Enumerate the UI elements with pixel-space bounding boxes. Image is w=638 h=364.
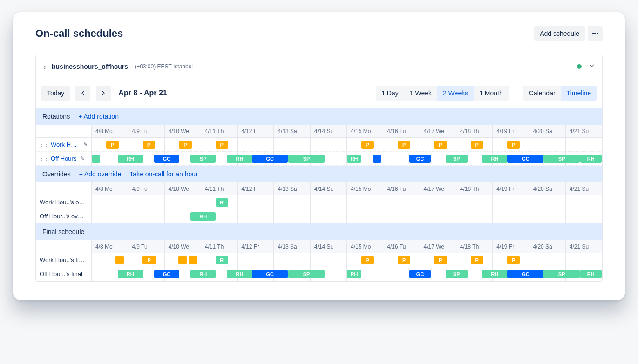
day-header: 4/16 Tu [383, 125, 420, 138]
section-bar-overrides: Overrides+ Add overrideTake on-call for … [36, 166, 602, 182]
schedule-segment[interactable]: P [434, 256, 447, 264]
row-name: Work Hou..'s o… [40, 199, 85, 206]
schedule-segment[interactable]: P [106, 141, 119, 149]
grid-cell [201, 209, 238, 223]
schedule-segment[interactable]: P [361, 256, 374, 264]
schedule-segment[interactable]: P [471, 256, 483, 264]
day-header: 4/13 Sa [274, 182, 310, 195]
grid-cell: RH [201, 267, 238, 281]
schedule-segment[interactable]: RH [580, 155, 602, 163]
grid-cell [274, 209, 310, 223]
grid-cell [128, 209, 164, 223]
prev-range-button[interactable] [75, 86, 90, 101]
chevron-down-icon[interactable] [588, 62, 596, 71]
grid-cell [347, 195, 383, 209]
schedule-segment[interactable] [178, 256, 187, 264]
schedule-segment[interactable]: P [216, 141, 228, 149]
schedule-segment[interactable] [373, 155, 381, 163]
row-label: Off Hour..'s final [36, 267, 92, 281]
day-header: 4/20 Sa [529, 125, 565, 138]
row-label: Work Hou..'s fi… [36, 253, 92, 267]
grid-cell: SP [529, 267, 565, 281]
schedule-segment[interactable]: P [398, 141, 410, 149]
schedule-segment[interactable] [92, 155, 100, 163]
grid-cell: P [493, 253, 529, 267]
grid-cell: SP [420, 267, 456, 281]
schedule-segment[interactable]: RH [347, 155, 361, 163]
grid-cell [529, 209, 565, 223]
day-header: 4/20 Sa [529, 182, 565, 195]
range-span-1-month[interactable]: 1 Month [474, 86, 509, 101]
pencil-icon[interactable]: ✎ [80, 155, 84, 162]
row-name: Off Hour..'s ov… [40, 213, 84, 220]
grid-cell: SP [165, 152, 201, 166]
day-header: 4/15 Mo [347, 182, 383, 195]
grid-corner [36, 182, 92, 195]
schedule-segment[interactable]: RH [347, 270, 361, 278]
grid-cell: P [383, 138, 420, 152]
drag-handle-icon[interactable]: ⋮⋮ [40, 142, 49, 147]
schedule-segment[interactable] [115, 256, 124, 264]
pencil-icon[interactable]: ✎ [83, 142, 88, 148]
row-label[interactable]: ⋮⋮Off Hours✎ [36, 152, 92, 166]
next-range-button[interactable] [96, 86, 111, 101]
more-actions-button[interactable]: ••• [588, 26, 603, 41]
schedule-segment[interactable]: P [361, 141, 374, 149]
grid-cell: P [383, 253, 420, 267]
grid-cell [311, 209, 347, 223]
day-header: 4/16 Tu [383, 182, 420, 195]
grid-cell: GC [383, 152, 420, 166]
grid-cell: RH [201, 152, 238, 166]
grid-cell: P [420, 253, 456, 267]
grid-cell [274, 253, 310, 267]
grid-cell [383, 209, 420, 223]
grid-cell: SP [274, 152, 310, 166]
grid-cell: SP [274, 267, 310, 281]
schedule-segment[interactable]: P [142, 256, 156, 264]
grid-cell: RH [347, 267, 383, 281]
section-action[interactable]: + Add override [79, 170, 122, 178]
range-span-2-weeks[interactable]: 2 Weeks [437, 86, 474, 101]
grid-cell: RH [566, 267, 602, 281]
section-action[interactable]: Take on-call for an hour [129, 170, 197, 178]
schedule-segment[interactable] [189, 256, 197, 264]
day-header: 4/19 Fr [493, 125, 529, 138]
schedule-segment[interactable]: P [143, 141, 155, 149]
schedule-segment[interactable]: R [216, 256, 228, 264]
view-timeline[interactable]: Timeline [561, 86, 597, 101]
expand-vertical-icon[interactable]: ↕ [41, 63, 48, 70]
grid-corner [36, 125, 92, 138]
drag-handle-icon[interactable]: ⋮⋮ [40, 156, 49, 161]
chevron-left-icon [79, 89, 87, 97]
row-name: Off Hours [51, 155, 76, 162]
today-button[interactable]: Today [41, 86, 70, 101]
schedule-segment[interactable]: P [507, 141, 520, 149]
range-span-1-week[interactable]: 1 Week [404, 86, 437, 101]
view-calendar[interactable]: Calendar [523, 86, 561, 101]
day-header: 4/11 Th [201, 240, 238, 253]
schedule-segment[interactable]: P [434, 141, 447, 149]
grid-cell [529, 195, 565, 209]
day-header: 4/14 Su [311, 125, 347, 138]
grid-cell [456, 209, 493, 223]
schedule-segment[interactable]: RH [580, 270, 602, 278]
schedule-segment[interactable]: P [398, 256, 410, 264]
day-header: 4/8 Mo [92, 240, 128, 253]
grid-cell: P [128, 253, 164, 267]
add-schedule-button[interactable]: Add schedule [534, 26, 585, 41]
schedule-segment[interactable]: P [507, 256, 520, 264]
range-span-1-day[interactable]: 1 Day [376, 86, 404, 101]
schedule-segment[interactable]: P [179, 141, 191, 149]
schedule-segment[interactable]: P [471, 141, 483, 149]
grid-cell: RH [92, 152, 128, 166]
day-header: 4/21 Su [566, 240, 602, 253]
section-action[interactable]: + Add rotation [78, 113, 119, 120]
grid-corner [36, 240, 92, 253]
section-title: Rotations [42, 113, 70, 120]
grid-cell [493, 209, 529, 223]
row-label[interactable]: ⋮⋮Work Ho…✎ [36, 138, 92, 152]
grid-cell [420, 209, 456, 223]
schedule-segment[interactable]: R [216, 198, 228, 207]
grid-cell: R [201, 195, 238, 209]
day-header: 4/10 We [165, 182, 201, 195]
